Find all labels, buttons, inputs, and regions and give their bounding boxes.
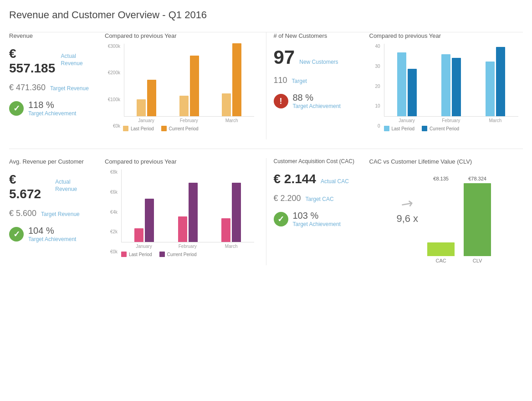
customers-section: # of New Customers 97 New Customers 110 … xyxy=(274,32,523,139)
warning-icon xyxy=(274,94,288,108)
cac-chart-section: CAC vs Customer Lifetime Value (CLV) ↗ 9… xyxy=(365,158,523,261)
revenue-section: Revenue € 557.185 Actual Revenue € 471.3… xyxy=(9,32,259,139)
customers-actual: 97 New Customers xyxy=(274,46,358,68)
avg-bar-last-feb xyxy=(178,216,187,242)
clv-bar-label-top: €78.324 xyxy=(468,176,486,181)
revenue-y-axis: €300k €200k €100k €0k xyxy=(105,44,122,129)
avg-bar-current-mar xyxy=(232,183,241,242)
customers-achievement-label: Target Achievement xyxy=(293,103,341,110)
multiplier-value: 9,6 x xyxy=(396,213,418,225)
avg-revenue-section: Avg. Revenue per Customer € 5.672 Actual… xyxy=(9,158,259,265)
avg-bar-last-jan xyxy=(134,228,143,242)
avg-revenue-achievement: 104 % Target Achievement xyxy=(9,226,93,243)
cust-bar-current-mar xyxy=(496,47,505,116)
revenue-achievement-value: 118 % xyxy=(28,100,76,110)
avg-check-icon xyxy=(9,227,24,242)
cust-x-label-feb: February xyxy=(432,118,471,123)
y-label: 30 xyxy=(369,64,380,69)
bar-last-jan xyxy=(137,99,146,116)
avg-revenue-bars xyxy=(121,170,254,242)
cac-bar-label-bottom: CAC xyxy=(435,258,446,263)
avg-legend-color-last xyxy=(121,252,127,257)
check-icon xyxy=(9,101,24,116)
cust-bar-current-jan xyxy=(408,69,417,116)
cac-bar xyxy=(427,242,455,256)
customers-chart-label: Compared to previous Year xyxy=(369,32,519,39)
cust-bar-group-mar xyxy=(476,47,515,116)
cac-achievement: 103 % Target Achievement xyxy=(274,211,358,228)
y-label: €0k xyxy=(105,249,118,254)
dashboard: Revenue € 557.185 Actual Revenue € 471.3… xyxy=(9,32,523,274)
cac-bar-label-top: €8.135 xyxy=(433,176,449,181)
avg-legend-last: Last Period xyxy=(121,252,152,257)
customers-achievement-value: 88 % xyxy=(293,93,341,103)
bar-current-mar xyxy=(232,43,241,116)
clv-bar-wrapper xyxy=(464,183,491,256)
avg-x-label-jan: January xyxy=(125,244,163,249)
avg-revenue-metrics: Avg. Revenue per Customer € 5.672 Actual… xyxy=(9,158,100,243)
cust-x-label-mar: March xyxy=(476,118,515,123)
avg-revenue-chart-section: Compared to previous Year €8k €6k €4k €2… xyxy=(100,158,259,265)
avg-revenue-achievement-label: Target Achievement xyxy=(28,236,76,243)
cac-target-label: Target CAC xyxy=(306,196,334,203)
customers-x-labels: January February March xyxy=(384,117,519,123)
revenue-x-labels: January February March xyxy=(124,117,254,123)
y-label: €300k xyxy=(105,44,120,49)
clv-bar-group: €78.324 CLV xyxy=(464,176,491,263)
avg-revenue-target-value: € 5.600 xyxy=(9,209,36,218)
y-label: €2k xyxy=(105,229,118,234)
avg-bar-group-feb xyxy=(169,183,207,242)
x-label-jan: January xyxy=(128,118,165,123)
cac-label: Customer Acquisition Cost (CAC) xyxy=(274,158,358,165)
revenue-target: € 471.360 Target Revenue xyxy=(9,83,93,93)
cust-legend-last-label: Last Period xyxy=(392,126,415,131)
avg-revenue-target-label: Target Revenue xyxy=(41,211,80,218)
customers-legend: Last Period Current Period xyxy=(384,126,519,131)
revenue-actual-value: € 557.185 xyxy=(9,46,56,76)
cac-actual-value: € 2.144 xyxy=(274,172,316,186)
legend-color-current xyxy=(161,126,167,131)
avg-revenue-target: € 5.600 Target Revenue xyxy=(9,209,93,218)
avg-bar-current-jan xyxy=(145,199,154,242)
avg-revenue-achievement-value: 104 % xyxy=(28,226,76,236)
cac-bar-group: €8.135 CAC xyxy=(427,176,455,263)
cac-section: Customer Acquisition Cost (CAC) € 2.144 … xyxy=(274,158,523,265)
customers-label: # of New Customers xyxy=(274,32,358,39)
cac-achievement-value: 103 % xyxy=(293,211,341,221)
cac-target-value: € 2.200 xyxy=(274,194,301,203)
cust-bar-current-feb xyxy=(452,58,461,116)
customers-target: 110 Target xyxy=(274,76,358,85)
cust-bar-last-jan xyxy=(397,52,406,116)
cac-metrics: Customer Acquisition Cost (CAC) € 2.144 … xyxy=(274,158,365,228)
avg-x-label-mar: March xyxy=(212,244,251,249)
avg-legend-current-label: Current Period xyxy=(167,252,197,257)
page-title: Revenue and Customer Overview - Q1 2016 xyxy=(9,9,523,21)
cust-legend-last: Last Period xyxy=(384,126,415,131)
cust-bar-last-feb xyxy=(441,54,450,116)
x-label-feb: February xyxy=(170,118,208,123)
customers-actual-value: 97 xyxy=(274,46,295,68)
avg-bar-current-feb xyxy=(189,183,198,242)
customers-metrics: # of New Customers 97 New Customers 110 … xyxy=(274,32,365,110)
clv-bar xyxy=(464,183,491,256)
avg-revenue-actual-label: Actual Revenue xyxy=(55,179,93,193)
cac-target: € 2.200 Target CAC xyxy=(274,194,358,203)
avg-revenue-actual: € 5.672 Actual Revenue xyxy=(9,172,93,201)
revenue-legend: Last Period Current Period xyxy=(123,126,254,131)
multiplier-block: ↗ 9,6 x xyxy=(396,196,418,243)
revenue-chart-section: Compared to previous Year €300k €200k €1… xyxy=(100,32,259,139)
revenue-actual: € 557.185 Actual Revenue xyxy=(9,46,93,76)
avg-revenue-label: Avg. Revenue per Customer xyxy=(9,158,93,165)
bar-current-feb xyxy=(190,56,199,116)
customers-target-value: 110 xyxy=(274,76,287,85)
revenue-actual-label: Actual Revenue xyxy=(61,53,93,67)
cust-legend-current: Current Period xyxy=(422,126,459,131)
cust-legend-color-current xyxy=(422,126,427,131)
y-label: 20 xyxy=(369,84,380,89)
cust-x-label-jan: January xyxy=(388,118,426,123)
y-label: €200k xyxy=(105,70,120,75)
customers-actual-label: New Customers xyxy=(299,59,338,66)
cac-achievement-label: Target Achievement xyxy=(293,221,341,228)
cac-clv-chart: ↗ 9,6 x €8.135 CAC €78.324 xyxy=(369,170,519,261)
avg-legend-color-current xyxy=(159,252,165,257)
